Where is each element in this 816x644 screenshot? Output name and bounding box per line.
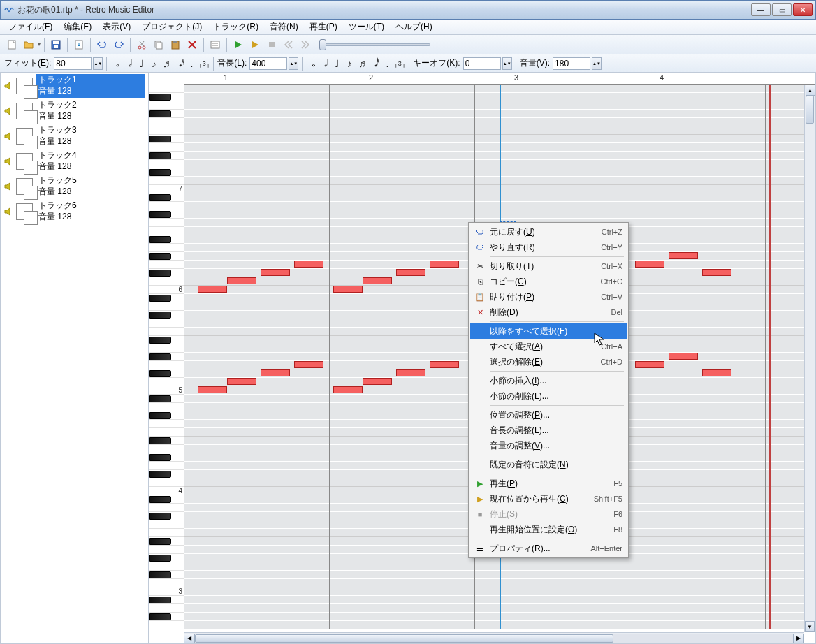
ctx-insert-measure[interactable]: 小節の挿入(I)... <box>470 373 627 388</box>
ctx-cut[interactable]: ✂切り取り(T)Ctrl+X <box>470 258 627 274</box>
note[interactable] <box>227 378 256 385</box>
ctx-adjust-pos[interactable]: 位置の調整(P)... <box>470 407 627 423</box>
scroll-right-button[interactable]: ▶ <box>793 634 804 643</box>
note[interactable] <box>635 361 664 368</box>
piano-key[interactable] <box>149 160 184 168</box>
menu-track[interactable]: トラック(R) <box>207 20 264 34</box>
track-row-4[interactable]: トラック4音量 128 <box>1 149 148 174</box>
delete-button[interactable] <box>184 37 200 52</box>
note[interactable] <box>669 353 698 360</box>
copy-button[interactable] <box>151 37 166 52</box>
ctx-adjust-vol[interactable]: 音量の調整(V)... <box>470 438 627 453</box>
triplet-icon[interactable]: ┌3┐ <box>198 57 210 70</box>
note[interactable] <box>333 386 363 393</box>
ctx-select-after[interactable]: 以降をすべて選択(F) <box>470 323 627 339</box>
scroll-down-button[interactable]: ▼ <box>805 621 815 632</box>
note[interactable] <box>333 286 363 293</box>
whole-note-icon[interactable]: 𝅝 <box>110 57 122 70</box>
whole-note2-icon[interactable]: 𝅝 <box>306 57 317 70</box>
ctx-select-all[interactable]: すべて選択(A)Ctrl+A <box>470 339 627 354</box>
quarter-note2-icon[interactable]: ♩ <box>331 57 342 70</box>
note[interactable] <box>702 369 731 376</box>
fit-input[interactable] <box>54 57 92 70</box>
track-row-1[interactable]: トラック1音量 128 <box>1 73 148 98</box>
end-marker-line[interactable] <box>769 85 771 629</box>
piano-key[interactable] <box>149 135 184 143</box>
keyoff-input[interactable] <box>463 57 501 70</box>
volume-input[interactable] <box>553 57 590 70</box>
piano-key[interactable] <box>149 101 184 110</box>
menu-help[interactable]: ヘルプ(H) <box>390 20 438 34</box>
menu-note[interactable]: 音符(N) <box>264 20 304 34</box>
ctx-copy[interactable]: ⎘コピー(C)Ctrl+C <box>470 274 627 289</box>
note[interactable] <box>396 269 425 276</box>
track-row-6[interactable]: トラック6音量 128 <box>1 199 148 224</box>
note[interactable] <box>261 269 290 276</box>
piano-key[interactable] <box>149 85 184 93</box>
note[interactable] <box>702 269 731 276</box>
horizontal-scrollbar[interactable]: ◀ ▶ <box>184 632 804 643</box>
sixteenth-note-icon[interactable]: ♬ <box>161 57 172 70</box>
ctx-paste[interactable]: 📋貼り付け(P)Ctrl+V <box>470 289 627 305</box>
half-note-icon[interactable]: 𝅗𝅥 <box>123 57 134 70</box>
menu-tool[interactable]: ツール(T) <box>343 20 390 34</box>
ctx-play[interactable]: ▶再生(P)F5 <box>470 476 627 491</box>
menu-edit[interactable]: 編集(E) <box>58 20 97 34</box>
note[interactable] <box>198 386 227 393</box>
ctx-delete[interactable]: ✕削除(D)Del <box>470 305 627 320</box>
minimize-button[interactable]: — <box>751 3 771 16</box>
play-here-button[interactable] <box>247 37 263 52</box>
piano-keys[interactable]: 76543 <box>149 85 184 629</box>
note[interactable] <box>430 361 459 368</box>
vertical-scrollbar[interactable]: ▲ ▼ <box>804 85 815 632</box>
save-button[interactable] <box>48 37 64 52</box>
piano-key[interactable] <box>149 143 184 152</box>
piano-key[interactable] <box>149 126 184 135</box>
scroll-up-button[interactable]: ▲ <box>806 85 815 96</box>
track-row-3[interactable]: トラック3音量 128 <box>1 124 148 149</box>
keyoff-spinner[interactable]: ▲▼ <box>502 57 512 70</box>
menu-play[interactable]: 再生(P) <box>304 20 343 34</box>
ctx-properties[interactable]: ☰プロパティ(R)...Alt+Enter <box>470 541 627 556</box>
menu-file[interactable]: ファイル(F) <box>3 20 58 34</box>
forward-button[interactable] <box>298 37 313 52</box>
new-button[interactable] <box>4 37 20 52</box>
piano-key[interactable] <box>149 93 184 101</box>
thirtysecond-note-icon[interactable]: 𝅘𝅥𝅰 <box>173 57 184 70</box>
note[interactable] <box>294 261 323 268</box>
note[interactable] <box>430 261 459 268</box>
cut-button[interactable] <box>134 37 150 52</box>
paste-button[interactable] <box>168 37 183 52</box>
half-note2-icon[interactable]: 𝅗𝅥 <box>319 57 330 70</box>
piano-key[interactable] <box>149 118 184 126</box>
quarter-note-icon[interactable]: ♩ <box>136 57 147 70</box>
fit-spinner[interactable]: ▲▼ <box>93 57 103 70</box>
dot2-icon[interactable]: . <box>381 57 393 70</box>
volume-spinner[interactable]: ▲▼ <box>592 57 602 70</box>
eighth-note-icon[interactable]: ♪ <box>148 57 159 70</box>
properties-button[interactable] <box>207 37 223 52</box>
piano-key[interactable] <box>149 110 184 118</box>
note[interactable] <box>635 261 664 268</box>
ctx-redo[interactable]: やり直す(R)Ctrl+Y <box>470 240 627 255</box>
ctx-delete-measure[interactable]: 小節の削除(L)... <box>470 388 627 404</box>
ctx-play-here[interactable]: ▶現在位置から再生(C)Shift+F5 <box>470 491 627 506</box>
sixteenth-note2-icon[interactable]: ♬ <box>356 57 367 70</box>
note[interactable] <box>396 369 425 376</box>
close-button[interactable]: ✕ <box>793 3 813 16</box>
triplet2-icon[interactable]: ┌3┐ <box>394 57 405 70</box>
piano-key[interactable] <box>149 152 184 160</box>
track-row-5[interactable]: トラック5音量 128 <box>1 174 148 199</box>
ctx-set-start[interactable]: 再生開始位置に設定(O)F8 <box>470 522 627 537</box>
stop-button[interactable] <box>264 37 279 52</box>
track-row-2[interactable]: トラック2音量 128 <box>1 98 148 124</box>
piano-key[interactable] <box>149 177 184 185</box>
eighth-note2-icon[interactable]: ♪ <box>344 57 355 70</box>
dot-icon[interactable]: . <box>186 57 197 70</box>
rewind-button[interactable] <box>281 37 296 52</box>
redo-button[interactable] <box>111 37 126 52</box>
ctx-adjust-len[interactable]: 音長の調整(L)... <box>470 423 627 438</box>
note[interactable] <box>294 361 323 368</box>
hscroll-thumb[interactable] <box>195 634 613 643</box>
note[interactable] <box>363 277 392 284</box>
